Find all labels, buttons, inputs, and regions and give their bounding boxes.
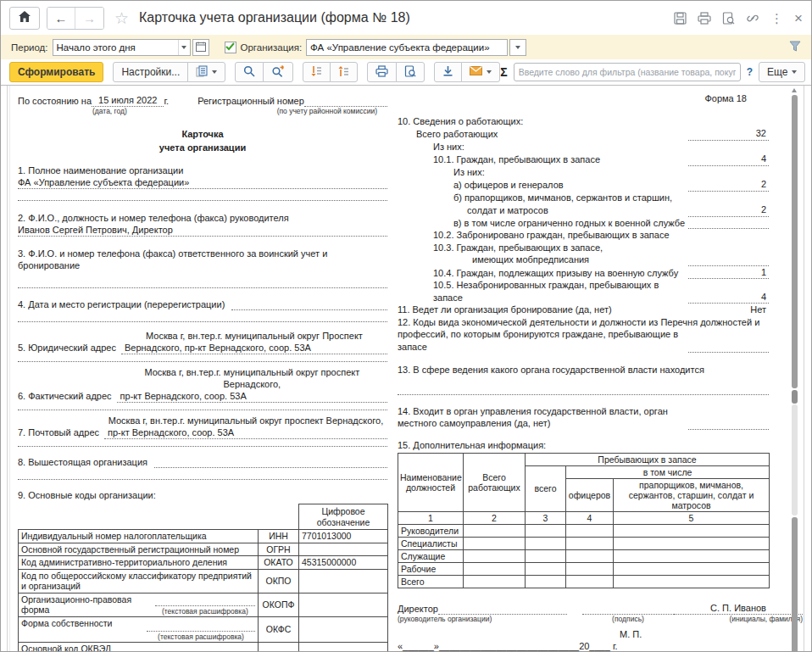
item5-value: Вернадского, пр-кт Вернадского, соор. 53… bbox=[121, 342, 387, 354]
reg-caption: (по учету районной комиссии) bbox=[277, 107, 377, 115]
send-email-button[interactable] bbox=[461, 62, 500, 82]
chevron-down-icon bbox=[181, 46, 186, 49]
period-label: Период: bbox=[11, 42, 48, 53]
expand-groups-button[interactable] bbox=[330, 62, 358, 82]
as-of-suffix: г. bbox=[164, 95, 169, 107]
line-text: профессий, по которым бронируются гражда… bbox=[398, 328, 688, 353]
search-next-button[interactable] bbox=[263, 62, 293, 82]
settings-button[interactable]: Настройки... bbox=[113, 62, 188, 82]
report-line: а) офицеров и генералов 2 bbox=[398, 178, 769, 192]
codes-row-okfs: Форма собственности (текстовая расшифров… bbox=[19, 616, 388, 642]
item2-value: Иванов Сергей Петрович, Директор bbox=[18, 224, 387, 237]
item8-row: 8. Вышестоящая организация bbox=[18, 456, 387, 468]
line-value bbox=[688, 228, 769, 229]
more-actions-button[interactable]: Еще bbox=[759, 62, 805, 82]
section14-line1: 14. Входит в орган управления государств… bbox=[398, 405, 769, 417]
report-line: 10.1. Граждан, пребывающих в запасе 4 bbox=[398, 153, 769, 166]
code-abbr: ОКВЭД bbox=[259, 642, 299, 652]
organization-input[interactable] bbox=[307, 40, 507, 55]
right-border-line bbox=[804, 86, 804, 651]
title-bar: ← → ☆ Карточка учета организации (форма … bbox=[1, 1, 811, 35]
period-input[interactable] bbox=[53, 40, 178, 55]
collapse-groups-button[interactable] bbox=[303, 62, 331, 82]
t15-row-specialists: Специалисты bbox=[398, 537, 770, 549]
section12-line1: 12. Коды вида экономической деятельности… bbox=[398, 316, 769, 329]
scrollbar-segment-top[interactable] bbox=[792, 95, 798, 388]
report-toolbar: Сформировать Настройки... bbox=[1, 59, 811, 86]
forward-icon: → bbox=[83, 11, 96, 25]
favorite-star-icon[interactable]: ☆ bbox=[114, 8, 129, 28]
code-value: 7701013000 bbox=[299, 530, 388, 543]
report-line: в) в том числе ограниченно годных к воен… bbox=[398, 217, 769, 230]
additional-info-table: Наименование должностей Всего работающих… bbox=[398, 453, 770, 588]
save-icon[interactable] bbox=[674, 12, 687, 25]
director-caption: (руководитель организации) bbox=[398, 615, 567, 623]
section12-line2: профессий, по которым бронируются гражда… bbox=[398, 328, 769, 353]
name-caption: (инициалы, фамилия) bbox=[674, 615, 803, 623]
scrollbar-segment-bottom[interactable] bbox=[792, 517, 798, 651]
save-file-button[interactable] bbox=[434, 62, 462, 82]
item4-label: 4. Дата и место регистрации (перерегистр… bbox=[18, 298, 225, 310]
codes-header-cell: Цифровое обозначение bbox=[299, 504, 388, 530]
code-abbr: ОКАТО bbox=[259, 556, 299, 570]
period-calendar-button[interactable] bbox=[192, 39, 209, 56]
code-value: 45315000000 bbox=[299, 556, 388, 570]
help-link[interactable]: ? bbox=[747, 66, 753, 78]
line-text: в) в том числе ограниченно годных к воен… bbox=[453, 217, 685, 230]
code-value bbox=[299, 593, 388, 616]
date-caption: (дата, год) bbox=[92, 107, 127, 115]
chevron-down-icon bbox=[212, 70, 217, 74]
filter-funnel-icon[interactable] bbox=[789, 41, 801, 53]
item8-line bbox=[154, 467, 387, 468]
preview-icon[interactable] bbox=[722, 12, 735, 25]
autosum-icon[interactable]: Σ bbox=[500, 65, 507, 79]
item5-overline: Москва г, вн.тер.г. муниципальный округ … bbox=[121, 330, 387, 342]
report-variants-button[interactable] bbox=[187, 62, 225, 82]
period-field[interactable] bbox=[53, 39, 191, 56]
more-menu-icon[interactable]: ⋮ bbox=[770, 12, 783, 25]
code-label: Индивидуальный номер налогоплательщика bbox=[19, 530, 259, 543]
page-title: Карточка учета организации (форма № 18) bbox=[139, 10, 410, 25]
report-line: солдат и матросов 2 bbox=[398, 203, 769, 217]
chevron-down-icon bbox=[515, 46, 520, 49]
t15-header-total: Всего работающих bbox=[464, 453, 526, 511]
t15-row-total: Всего bbox=[398, 575, 770, 588]
form-right-column: Форма 18 10. Сведения о работающих: Всег… bbox=[398, 92, 769, 652]
scrollbar-grip[interactable] bbox=[792, 390, 798, 404]
organization-checkbox[interactable] bbox=[225, 42, 236, 53]
item8-extra-line bbox=[18, 468, 387, 480]
vertical-scrollbar[interactable] bbox=[791, 86, 798, 651]
scrollbar-thumb[interactable] bbox=[792, 404, 798, 515]
line-text: 10.5. Незабронированных граждан, пребыва… bbox=[433, 279, 688, 304]
organization-field[interactable] bbox=[306, 39, 508, 56]
organization-dropdown[interactable] bbox=[509, 39, 526, 56]
codes-row-okved: Основной код ОКВЭД (текстовая расшифровк… bbox=[19, 642, 388, 652]
line-text: 10.4. Граждан, подлежащих призыву на вое… bbox=[433, 267, 678, 280]
quick-settings-bar: Период: Организация: bbox=[1, 35, 811, 59]
quick-filter-input[interactable] bbox=[514, 63, 741, 81]
close-icon[interactable]: × bbox=[794, 11, 803, 25]
search-button[interactable] bbox=[235, 62, 264, 82]
codes-row-okato: Код административно-территориального дел… bbox=[19, 556, 388, 570]
back-icon: ← bbox=[55, 11, 68, 25]
generate-button[interactable]: Сформировать bbox=[9, 62, 103, 82]
item7-value: пр-кт Вернадского, соор. 53А bbox=[104, 426, 387, 439]
line-text: солдат и матросов bbox=[467, 204, 548, 217]
t15-row-clerks: Служащие bbox=[398, 549, 770, 562]
item6-label: 6. Фактический адрес bbox=[18, 390, 117, 403]
print-icon[interactable] bbox=[698, 12, 711, 25]
period-dropdown[interactable] bbox=[178, 40, 190, 55]
scroll-up-icon[interactable] bbox=[792, 88, 797, 92]
search-next-icon bbox=[271, 65, 285, 80]
forward-button[interactable]: → bbox=[75, 8, 103, 29]
back-button[interactable]: ← bbox=[47, 8, 75, 29]
home-button[interactable] bbox=[9, 7, 40, 30]
form-title-line1: Карточка bbox=[18, 128, 387, 140]
print-preview-button[interactable] bbox=[396, 62, 425, 82]
get-link-icon[interactable] bbox=[746, 12, 759, 25]
print-button[interactable] bbox=[367, 62, 397, 82]
report-line: 10.4. Граждан, подлежащих призыву на вое… bbox=[398, 266, 769, 280]
code-value bbox=[299, 642, 388, 652]
line-text: Всего работающих bbox=[416, 128, 498, 141]
line-text: 10.3. Граждан, пребывающих в запасе, bbox=[433, 242, 603, 254]
